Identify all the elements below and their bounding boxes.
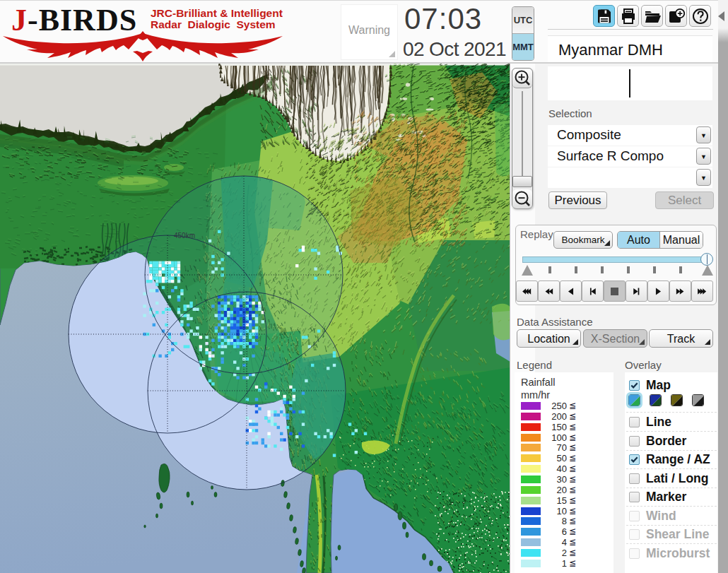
svg-text:450km: 450km xyxy=(174,232,195,240)
